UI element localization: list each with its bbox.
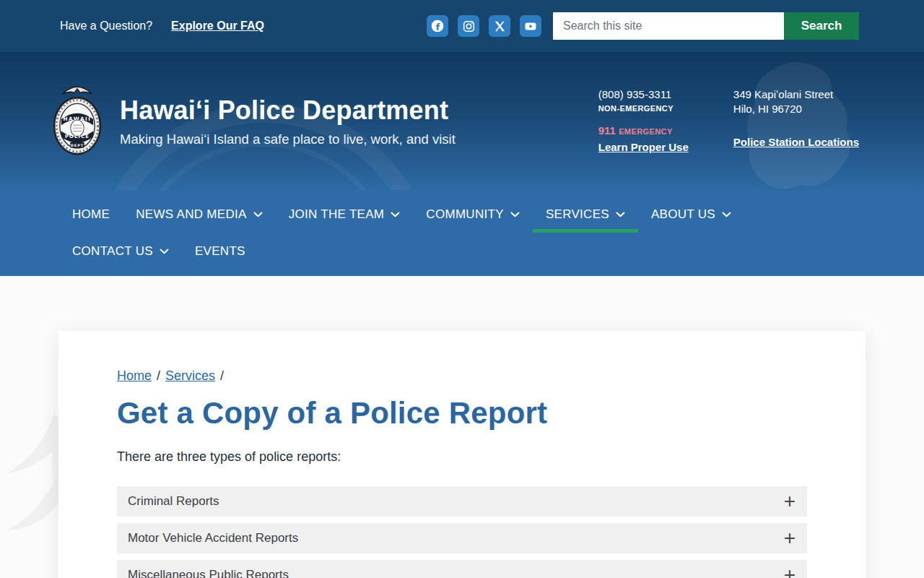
breadcrumb-home-link[interactable]: Home: [117, 368, 152, 383]
chevron-down-icon: [616, 212, 625, 217]
svg-text:POLICE: POLICE: [65, 134, 90, 139]
nav-item-community[interactable]: COMMUNITY: [413, 196, 533, 233]
instagram-icon[interactable]: [458, 15, 479, 37]
site-title: Hawaiʻi Police Department: [120, 95, 598, 126]
address-info: 349 Kapiʻolani Street Hilo, HI 96720 Pol…: [733, 87, 859, 155]
chevron-down-icon: [722, 212, 731, 217]
emergency-label: EMERGENCY: [619, 127, 673, 136]
phone-info: (808) 935-3311 NON-EMERGENCY 911 EMERGEN…: [598, 87, 689, 155]
station-locations-link[interactable]: Police Station Locations: [733, 135, 859, 150]
svg-text:DEPT: DEPT: [71, 142, 84, 147]
nav-item-events[interactable]: EVENTS: [182, 233, 258, 269]
site-header: HAWAII POLICE DEPT Hawaiʻi Police Depart…: [0, 52, 924, 190]
main-navigation: HOME NEWS AND MEDIA JOIN THE TEAM COMMUN…: [0, 190, 924, 276]
breadcrumb-separator: /: [220, 368, 224, 383]
content-card: Home/Services/ Get a Copy of a Police Re…: [58, 331, 866, 578]
youtube-icon[interactable]: [520, 15, 541, 37]
breadcrumb: Home/Services/: [117, 368, 807, 384]
social-links: f: [427, 15, 541, 37]
svg-text:f: f: [436, 22, 440, 33]
plus-icon[interactable]: +: [784, 491, 796, 512]
nav-item-join-the-team[interactable]: JOIN THE TEAM: [276, 196, 414, 233]
nav-item-news-and-media[interactable]: NEWS AND MEDIA: [123, 196, 275, 233]
chevron-down-icon: [391, 212, 400, 217]
chevron-down-icon: [253, 212, 263, 217]
nav-item-about-us[interactable]: ABOUT US: [638, 196, 744, 233]
address-line1: 349 Kapiʻolani Street: [733, 87, 859, 102]
site-search: Search: [553, 12, 859, 40]
nav-item-contact-us[interactable]: CONTACT US: [59, 233, 182, 269]
nav-item-services[interactable]: SERVICES: [533, 196, 638, 233]
facebook-icon[interactable]: f: [427, 15, 448, 37]
question-text: Have a Question?: [60, 20, 152, 33]
faq-link[interactable]: Explore Our FAQ: [171, 20, 264, 33]
department-badge-logo: HAWAII POLICE DEPT: [51, 82, 104, 160]
breadcrumb-separator: /: [157, 368, 160, 383]
phone-label: NON-EMERGENCY: [598, 103, 689, 114]
plus-icon[interactable]: +: [784, 528, 796, 548]
search-input[interactable]: [553, 12, 784, 40]
address-line2: Hilo, HI 96720: [733, 102, 859, 116]
chevron-down-icon: [160, 249, 169, 254]
emergency-line: 911 EMERGENCY: [598, 124, 689, 138]
page-title: Get a Copy of a Police Report: [117, 396, 807, 431]
site-tagline: Making Hawaiʻi Island a safe place to li…: [120, 131, 598, 147]
emergency-number: 911: [598, 124, 616, 137]
plus-icon[interactable]: +: [784, 565, 796, 578]
x-icon[interactable]: [489, 15, 510, 37]
phone-number: (808) 935-3311: [598, 87, 689, 102]
accordion-motor-vehicle-accident-reports[interactable]: Motor Vehicle Accident Reports +: [117, 523, 807, 553]
breadcrumb-services-link[interactable]: Services: [165, 368, 215, 383]
learn-proper-use-link[interactable]: Learn Proper Use: [598, 140, 689, 155]
chevron-down-icon: [510, 212, 520, 217]
accordion-criminal-reports[interactable]: Criminal Reports +: [117, 486, 807, 517]
search-button[interactable]: Search: [784, 12, 859, 40]
accordion-miscellaneous-public-reports[interactable]: Miscellaneous Public Reports +: [117, 560, 807, 578]
nav-item-home[interactable]: HOME: [59, 196, 123, 233]
accordion-list: Criminal Reports + Motor Vehicle Acciden…: [117, 486, 807, 578]
intro-text: There are three types of police reports:: [117, 449, 807, 465]
utility-bar: Have a Question? Explore Our FAQ f Searc…: [0, 0, 924, 52]
